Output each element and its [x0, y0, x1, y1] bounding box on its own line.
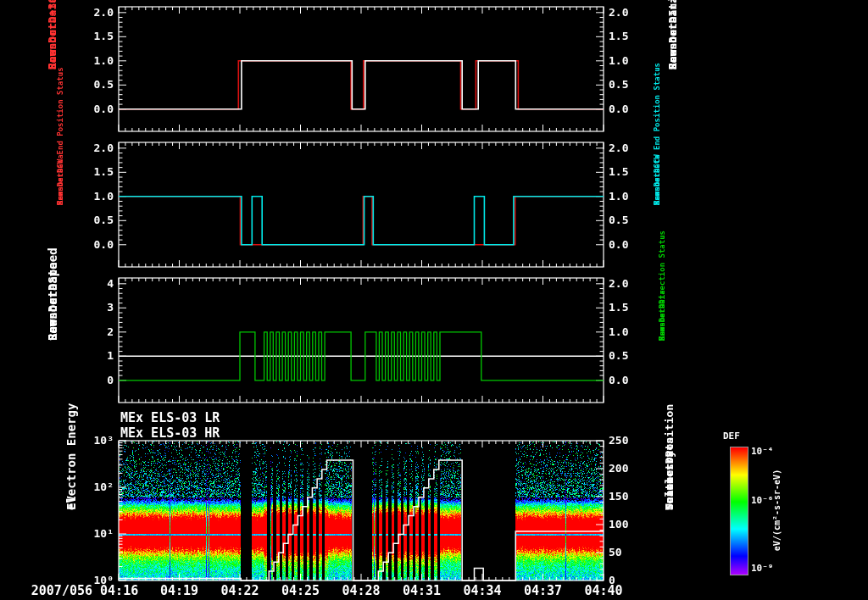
- y-tick-label: 0.5: [0, 78, 114, 92]
- colorbar-tick-label: 10⁻⁹: [751, 563, 774, 574]
- x-tick-label: 04:34: [463, 583, 501, 598]
- x-tick-label: 2007/056 04:16: [31, 583, 138, 598]
- colorbar-title: DEF: [723, 431, 740, 442]
- y-tick-label: 1.5: [609, 30, 628, 43]
- y-tick-label: 1.0: [609, 54, 628, 68]
- plot-page: MEx ELS-03 LR MEx ELS-03 HR Sensor Data …: [0, 0, 868, 600]
- y-tick-label: 1.0: [0, 190, 114, 203]
- panel1-frame: [119, 7, 604, 131]
- y-tick-label: 0: [0, 374, 114, 387]
- y-tick-label: 1.5: [609, 165, 628, 179]
- axes-and-traces: [0, 0, 868, 600]
- y-tick-label: 2.0: [0, 142, 114, 155]
- panel4-title-lr: MEx ELS-03 LR: [120, 410, 220, 425]
- y-tick-label: 1.5: [0, 165, 114, 179]
- colorbar-tick-label: 10⁻⁶: [751, 495, 774, 506]
- x-tick-label: 04:28: [342, 583, 380, 598]
- y-tick-label: 0.5: [609, 349, 628, 363]
- colorbar-tick-label: 10⁻⁴: [751, 446, 774, 457]
- x-tick-label: 04:37: [524, 583, 562, 598]
- y-tick-label: 0.5: [0, 214, 114, 227]
- y-tick-label: 0.0: [609, 238, 628, 252]
- scanner-ccw-end-position-trace: [119, 197, 604, 245]
- y-tick-label: 2: [0, 325, 114, 339]
- panel3-frame: [119, 278, 604, 403]
- x-tick-label: 04:40: [584, 583, 622, 598]
- y-tick-label: 0.0: [609, 103, 628, 116]
- y-tick-label: 1.0: [609, 325, 628, 339]
- y-tick-label: 150: [609, 490, 628, 503]
- scanner-position-telemetry-trace: [119, 460, 604, 581]
- y-tick-label: 10²: [0, 481, 114, 494]
- panel4-frame: [119, 441, 604, 581]
- y-tick-label: 2.0: [609, 6, 628, 19]
- y-tick-label: 2.0: [609, 142, 628, 155]
- y-tick-label: 3: [0, 301, 114, 314]
- scanner-initialized-trace: [119, 61, 604, 109]
- y-tick-label: 0.0: [609, 374, 628, 387]
- y-tick-label: 100: [609, 518, 628, 531]
- x-tick-label: 04:25: [281, 583, 320, 598]
- y-tick-label: 1: [0, 349, 114, 363]
- y-tick-label: 50: [609, 546, 622, 559]
- y-tick-label: 4: [0, 277, 114, 291]
- x-tick-label: 04:19: [160, 583, 198, 598]
- y-tick-label: 1.5: [0, 30, 114, 43]
- y-tick-label: 2.0: [609, 277, 628, 291]
- y-tick-label: 10¹: [0, 527, 114, 541]
- y-tick-label: 10³: [0, 434, 114, 447]
- y-tick-label: 0.0: [0, 103, 114, 116]
- y-tick-label: 0.5: [609, 78, 628, 92]
- y-tick-label: 1.0: [0, 54, 114, 68]
- panel4-title-hr: MEx ELS-03 HR: [120, 425, 220, 441]
- y-tick-label: 2.0: [0, 6, 114, 19]
- x-tick-label: 04:22: [220, 583, 259, 598]
- y-tick-label: 0.5: [609, 214, 628, 227]
- scanner-cw-end-position-trace: [119, 197, 604, 245]
- x-tick-label: 04:31: [403, 583, 441, 598]
- scanner-30v-status-trace: [119, 61, 604, 109]
- colorbar-unit-label: eV/(cm²-s-sr-eV): [772, 469, 782, 551]
- panel2-frame: [119, 142, 604, 267]
- y-tick-label: 1.0: [609, 190, 628, 203]
- y-tick-label: 200: [609, 462, 628, 475]
- y-tick-label: 0.0: [0, 238, 114, 252]
- y-tick-label: 1.5: [609, 301, 628, 314]
- y-tick-label: 250: [609, 434, 628, 447]
